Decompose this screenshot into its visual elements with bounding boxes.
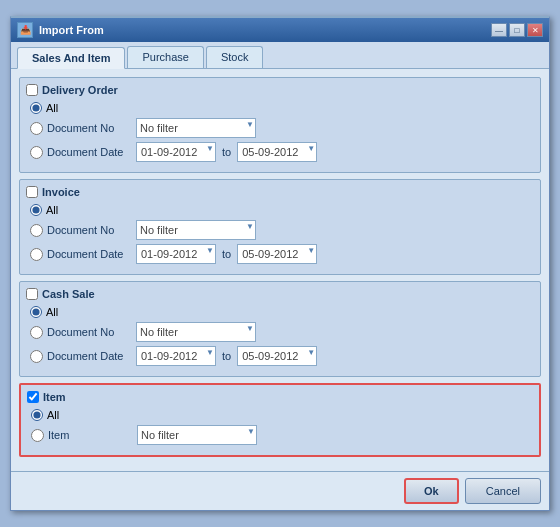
invoice-date-from[interactable] <box>136 244 216 264</box>
delivery-order-date-to[interactable] <box>237 142 317 162</box>
delivery-order-header: Delivery Order <box>26 84 534 96</box>
tab-bar: Sales And Item Purchase Stock <box>11 42 549 69</box>
minimize-button[interactable]: — <box>491 23 507 37</box>
item-all-radio[interactable] <box>31 409 43 421</box>
delivery-order-all-row: All <box>26 102 534 114</box>
delivery-order-checkbox[interactable] <box>26 84 38 96</box>
item-all-label: All <box>47 409 59 421</box>
cash-sale-date-label: Document Date <box>47 350 132 362</box>
tab-purchase[interactable]: Purchase <box>127 46 203 68</box>
delivery-order-section: Delivery Order All Document No No filter… <box>19 77 541 173</box>
item-item-radio[interactable] <box>31 429 44 442</box>
cash-sale-date-row: Document Date to <box>26 346 534 366</box>
invoice-date-from-wrapper <box>136 244 216 264</box>
invoice-date-radio[interactable] <box>30 248 43 261</box>
cash-sale-checkbox[interactable] <box>26 288 38 300</box>
delivery-order-date-to-wrapper <box>237 142 317 162</box>
cash-sale-docno-row: Document No No filter <box>26 322 534 342</box>
cash-sale-header: Cash Sale <box>26 288 534 300</box>
invoice-docno-row: Document No No filter <box>26 220 534 240</box>
invoice-docno-select-wrapper: No filter <box>136 220 256 240</box>
title-buttons: — □ ✕ <box>491 23 543 37</box>
item-item-select[interactable]: No filter <box>137 425 257 445</box>
invoice-date-to[interactable] <box>237 244 317 264</box>
invoice-section: Invoice All Document No No filter Docume… <box>19 179 541 275</box>
delivery-order-docno-select-wrapper: No filter <box>136 118 256 138</box>
delivery-order-label: Delivery Order <box>42 84 118 96</box>
delivery-order-date-from-wrapper <box>136 142 216 162</box>
invoice-checkbox[interactable] <box>26 186 38 198</box>
invoice-docno-select[interactable]: No filter <box>136 220 256 240</box>
invoice-docno-radio[interactable] <box>30 224 43 237</box>
cash-sale-docno-select[interactable]: No filter <box>136 322 256 342</box>
delivery-order-date-label: Document Date <box>47 146 132 158</box>
tab-content: Delivery Order All Document No No filter… <box>11 69 549 471</box>
cash-sale-to-label: to <box>222 350 231 362</box>
cash-sale-docno-label: Document No <box>47 326 132 338</box>
cash-sale-all-row: All <box>26 306 534 318</box>
cash-sale-date-to[interactable] <box>237 346 317 366</box>
delivery-order-date-radio[interactable] <box>30 146 43 159</box>
maximize-button[interactable]: □ <box>509 23 525 37</box>
item-all-row: All <box>27 409 533 421</box>
ok-button[interactable]: Ok <box>404 478 459 504</box>
item-item-row: Item No filter <box>27 425 533 445</box>
bottom-bar: Ok Cancel <box>11 471 549 510</box>
invoice-to-label: to <box>222 248 231 260</box>
cash-sale-date-to-wrapper <box>237 346 317 366</box>
cash-sale-docno-select-wrapper: No filter <box>136 322 256 342</box>
close-button[interactable]: ✕ <box>527 23 543 37</box>
cash-sale-docno-radio[interactable] <box>30 326 43 339</box>
delivery-order-docno-radio[interactable] <box>30 122 43 135</box>
window-icon: 📥 <box>17 22 33 38</box>
item-checkbox[interactable] <box>27 391 39 403</box>
delivery-order-date-from[interactable] <box>136 142 216 162</box>
invoice-all-row: All <box>26 204 534 216</box>
tab-stock[interactable]: Stock <box>206 46 264 68</box>
cash-sale-date-from[interactable] <box>136 346 216 366</box>
invoice-all-label: All <box>46 204 58 216</box>
item-item-select-wrapper: No filter <box>137 425 257 445</box>
invoice-date-row: Document Date to <box>26 244 534 264</box>
title-bar: 📥 Import From — □ ✕ <box>11 18 549 42</box>
delivery-order-docno-row: Document No No filter <box>26 118 534 138</box>
cancel-button[interactable]: Cancel <box>465 478 541 504</box>
item-label: Item <box>43 391 66 403</box>
cash-sale-all-radio[interactable] <box>30 306 42 318</box>
delivery-order-docno-label: Document No <box>47 122 132 134</box>
delivery-order-all-radio[interactable] <box>30 102 42 114</box>
item-section: Item All Item No filter <box>19 383 541 457</box>
import-from-window: 📥 Import From — □ ✕ Sales And Item Purch… <box>10 16 550 511</box>
item-header: Item <box>27 391 533 403</box>
delivery-order-all-label: All <box>46 102 58 114</box>
delivery-order-date-row: Document Date to <box>26 142 534 162</box>
cash-sale-label: Cash Sale <box>42 288 95 300</box>
title-bar-left: 📥 Import From <box>17 22 104 38</box>
delivery-order-docno-select[interactable]: No filter <box>136 118 256 138</box>
cash-sale-all-label: All <box>46 306 58 318</box>
invoice-all-radio[interactable] <box>30 204 42 216</box>
invoice-header: Invoice <box>26 186 534 198</box>
invoice-date-label: Document Date <box>47 248 132 260</box>
invoice-docno-label: Document No <box>47 224 132 236</box>
delivery-order-to-label: to <box>222 146 231 158</box>
cash-sale-date-from-wrapper <box>136 346 216 366</box>
window-title: Import From <box>39 24 104 36</box>
tab-sales-and-item[interactable]: Sales And Item <box>17 47 125 69</box>
item-item-label: Item <box>48 429 133 441</box>
cash-sale-date-radio[interactable] <box>30 350 43 363</box>
invoice-label: Invoice <box>42 186 80 198</box>
cash-sale-section: Cash Sale All Document No No filter Docu… <box>19 281 541 377</box>
invoice-date-to-wrapper <box>237 244 317 264</box>
